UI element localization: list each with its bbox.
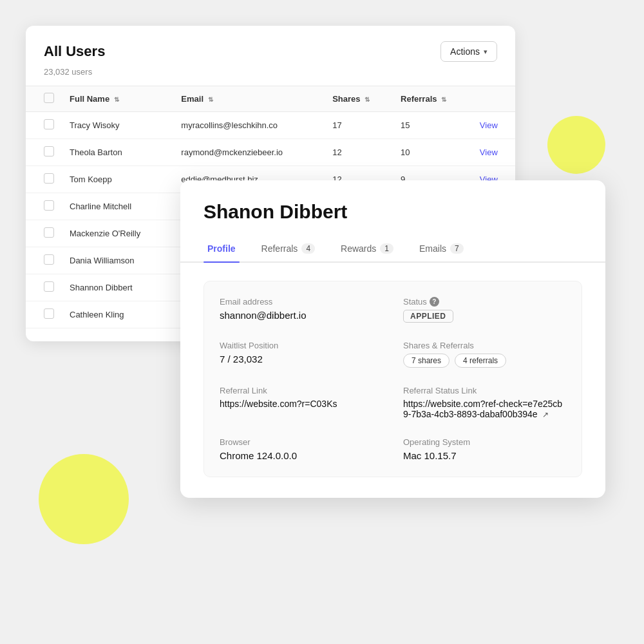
tab-emails-badge: 7 (450, 243, 464, 254)
col-header-email: Email ⇅ (173, 86, 325, 112)
tab-profile-label: Profile (207, 243, 236, 254)
tab-rewards-badge: 1 (380, 243, 393, 254)
tab-referrals-badge: 4 (301, 243, 315, 254)
row-action: View (472, 112, 515, 139)
row-checkbox-cell (26, 247, 62, 274)
col-header-fullname: Full Name ⇅ (62, 86, 173, 112)
row-fullname: Dania Williamson (62, 247, 173, 274)
row-fullname: Cathleen Kling (62, 301, 173, 328)
view-link[interactable]: View (480, 120, 498, 130)
yellow-circle-top (547, 116, 605, 174)
col-header-action (472, 86, 515, 112)
sort-icon-email[interactable]: ⇅ (208, 96, 213, 103)
row-action: View (472, 139, 515, 166)
referrals-badge: 4 referrals (455, 354, 506, 368)
sort-icon-shares[interactable]: ⇅ (365, 96, 370, 103)
col-header-shares: Shares ⇅ (325, 86, 393, 112)
row-checkbox-cell (26, 220, 62, 247)
field-browser: Browser Chrome 124.0.0.0 (220, 437, 383, 461)
info-grid: Email address shannon@dibbert.io Status … (220, 297, 566, 461)
row-fullname: Theola Barton (62, 139, 173, 166)
help-icon[interactable]: ? (430, 297, 439, 307)
referral-status-link-value: https://website.com?ref-check=e7e25cb9-7… (403, 399, 566, 419)
all-users-header: All Users Actions ▾ (26, 26, 515, 67)
shares-badges: 7 shares 4 referrals (403, 354, 566, 368)
row-referrals: 15 (393, 112, 472, 139)
os-label: Operating System (403, 437, 566, 447)
external-link-icon[interactable]: ↗ (542, 410, 549, 419)
os-value: Mac 10.15.7 (403, 450, 566, 461)
field-operating-system: Operating System Mac 10.15.7 (403, 437, 566, 461)
tab-rewards[interactable]: Rewards 1 (337, 236, 397, 261)
row-shares: 17 (325, 112, 393, 139)
all-users-count: 23,032 users (26, 67, 515, 86)
profile-content: Email address shannon@dibbert.io Status … (180, 263, 605, 477)
sort-icon-referrals[interactable]: ⇅ (441, 96, 446, 103)
field-referral-link: Referral Link https://website.com?r=C03K… (220, 386, 383, 419)
shares-referrals-value: 7 shares 4 referrals (403, 354, 566, 368)
row-email: raymond@mckenziebeer.io (173, 139, 325, 166)
col-header-checkbox (26, 86, 62, 112)
status-label: Status ? (403, 297, 566, 307)
col-header-referrals: Referrals ⇅ (393, 86, 472, 112)
profile-header: Shanon Dibbert (180, 180, 605, 223)
row-fullname: Shannon Dibbert (62, 274, 173, 301)
browser-label: Browser (220, 437, 383, 447)
shares-badge: 7 shares (403, 354, 450, 368)
tab-emails[interactable]: Emails 7 (415, 236, 468, 261)
field-waitlist-position: Waitlist Position 7 / 23,032 (220, 341, 383, 368)
field-status: Status ? APPLIED (403, 297, 566, 323)
view-link[interactable]: View (480, 147, 498, 157)
email-address-value: shannon@dibbert.io (220, 310, 383, 321)
tab-emails-label: Emails (419, 243, 446, 254)
profile-panel: Shanon Dibbert Profile Referrals 4 Rewar… (180, 180, 605, 498)
table-row: Tracy Wisoky myracollins@leschkihn.co 17… (26, 112, 515, 139)
row-checkbox[interactable] (44, 308, 54, 319)
info-card: Email address shannon@dibbert.io Status … (204, 281, 582, 477)
row-fullname: Mackenzie O'Reilly (62, 220, 173, 247)
profile-name: Shanon Dibbert (204, 201, 582, 223)
row-checkbox-cell (26, 274, 62, 301)
row-checkbox[interactable] (44, 119, 54, 129)
row-checkbox-cell (26, 193, 62, 220)
tab-referrals-label: Referrals (261, 243, 298, 254)
row-email: myracollins@leschkihn.co (173, 112, 325, 139)
field-referral-status-link: Referral Status Link https://website.com… (403, 386, 566, 419)
row-checkbox[interactable] (44, 254, 54, 265)
all-users-title: All Users (44, 43, 105, 60)
referral-link-value: https://website.com?r=C03Ks (220, 399, 383, 409)
referral-link-label: Referral Link (220, 386, 383, 395)
row-checkbox[interactable] (44, 281, 54, 292)
field-shares-referrals: Shares & Referrals 7 shares 4 referrals (403, 341, 566, 368)
row-fullname: Charline Mitchell (62, 193, 173, 220)
chevron-down-icon: ▾ (484, 48, 488, 56)
row-referrals: 10 (393, 139, 472, 166)
status-badge: APPLIED (403, 310, 453, 323)
profile-tabs: Profile Referrals 4 Rewards 1 Emails 7 (180, 236, 605, 263)
row-fullname: Tracy Wisoky (62, 112, 173, 139)
referral-status-link-label: Referral Status Link (403, 386, 566, 395)
tab-rewards-label: Rewards (341, 243, 376, 254)
row-checkbox[interactable] (44, 173, 54, 184)
tab-referrals[interactable]: Referrals 4 (258, 236, 319, 261)
actions-label: Actions (450, 46, 480, 57)
row-checkbox[interactable] (44, 227, 54, 238)
row-fullname: Tom Koepp (62, 166, 173, 193)
sort-icon-fullname[interactable]: ⇅ (114, 96, 119, 103)
row-checkbox[interactable] (44, 200, 54, 211)
row-shares: 12 (325, 139, 393, 166)
row-checkbox-cell (26, 139, 62, 166)
status-value: APPLIED (403, 310, 566, 323)
table-row: Theola Barton raymond@mckenziebeer.io 12… (26, 139, 515, 166)
header-checkbox[interactable] (44, 93, 54, 103)
row-checkbox[interactable] (44, 146, 54, 156)
waitlist-position-value: 7 / 23,032 (220, 354, 383, 365)
row-checkbox-cell (26, 301, 62, 328)
email-address-label: Email address (220, 297, 383, 307)
row-checkbox-cell (26, 112, 62, 139)
actions-button[interactable]: Actions ▾ (440, 41, 497, 62)
row-checkbox-cell (26, 166, 62, 193)
tab-profile[interactable]: Profile (204, 236, 240, 261)
yellow-circle-bottom (39, 454, 129, 544)
field-email-address: Email address shannon@dibbert.io (220, 297, 383, 323)
